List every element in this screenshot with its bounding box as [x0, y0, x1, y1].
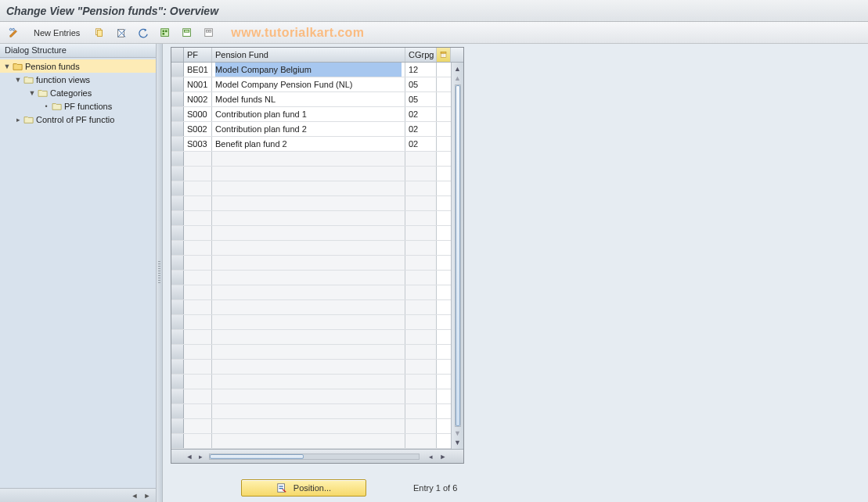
pension-fund-input[interactable]	[215, 92, 402, 106]
scroll-up-button[interactable]: ▲	[453, 64, 463, 74]
pension-fund-input[interactable]	[215, 107, 402, 121]
cell-pf[interactable]	[184, 241, 212, 255]
row-selector[interactable]	[171, 152, 184, 166]
cell-pf[interactable]	[184, 419, 212, 433]
pf-input[interactable]	[187, 137, 208, 151]
cell-pf[interactable]	[184, 345, 212, 359]
cgrpg-input[interactable]	[409, 122, 433, 136]
pension-fund-input[interactable]	[215, 77, 402, 91]
cell-cgrpg[interactable]	[405, 63, 437, 77]
collapse-icon[interactable]: ▼	[14, 76, 22, 84]
cell-pf[interactable]	[184, 181, 212, 195]
cell-pension-fund[interactable]	[212, 196, 405, 210]
cell-pension-fund[interactable]	[212, 360, 405, 374]
cell-pf[interactable]	[184, 226, 212, 240]
cell-pension-fund[interactable]	[212, 434, 405, 448]
delete-button[interactable]	[112, 25, 131, 41]
scroll-down-button[interactable]: ▼	[453, 438, 463, 447]
hscroll-thumb[interactable]	[210, 454, 304, 459]
row-selector[interactable]	[171, 434, 184, 448]
row-selector[interactable]	[171, 181, 184, 195]
cell-cgrpg[interactable]	[405, 107, 437, 121]
row-selector[interactable]	[171, 211, 184, 225]
cell-pf[interactable]	[184, 360, 212, 374]
cell-pension-fund[interactable]	[212, 330, 405, 344]
cell-cgrpg[interactable]	[405, 345, 437, 359]
row-selector[interactable]	[171, 256, 184, 270]
cgrpg-input[interactable]	[409, 107, 433, 121]
cell-pension-fund[interactable]	[212, 181, 405, 195]
pension-fund-input[interactable]	[215, 63, 402, 77]
tree-item[interactable]: •PF functions	[0, 99, 156, 113]
row-selector[interactable]	[171, 375, 184, 389]
cell-pension-fund[interactable]	[212, 122, 405, 136]
cell-pf[interactable]	[184, 271, 212, 285]
cell-pension-fund[interactable]	[212, 345, 405, 359]
row-selector[interactable]	[171, 419, 184, 433]
row-selector[interactable]	[171, 345, 184, 359]
cell-cgrpg[interactable]	[405, 271, 437, 285]
vscroll-track[interactable]	[455, 84, 461, 427]
cell-pf[interactable]	[184, 152, 212, 166]
cell-pension-fund[interactable]	[212, 256, 405, 270]
row-selector[interactable]	[171, 360, 184, 374]
grid-configure-button[interactable]	[437, 48, 451, 62]
cell-pf[interactable]	[184, 122, 212, 136]
cell-pf[interactable]	[184, 196, 212, 210]
row-selector[interactable]	[171, 92, 184, 106]
cell-pf[interactable]	[184, 434, 212, 448]
pf-input[interactable]	[187, 92, 208, 106]
deselect-all-button[interactable]	[200, 25, 218, 41]
cell-pf[interactable]	[184, 167, 212, 181]
cell-cgrpg[interactable]	[405, 360, 437, 374]
cell-pf[interactable]	[184, 315, 212, 329]
select-all-button[interactable]	[156, 25, 175, 41]
cell-pension-fund[interactable]	[212, 389, 405, 403]
page-up-button[interactable]: ▲	[453, 74, 463, 83]
cell-pf[interactable]	[184, 404, 212, 418]
pf-input[interactable]	[187, 77, 208, 91]
row-selector[interactable]	[171, 167, 184, 181]
cell-cgrpg[interactable]	[405, 137, 437, 151]
grid-vscroll[interactable]: ▲ ▲ ▼ ▼	[451, 63, 463, 449]
pf-input[interactable]	[187, 122, 208, 136]
cell-cgrpg[interactable]	[405, 375, 437, 389]
hscroll-track[interactable]	[209, 454, 420, 460]
cell-pf[interactable]	[184, 137, 212, 151]
row-selector[interactable]	[171, 285, 184, 299]
pension-fund-input[interactable]	[215, 137, 402, 151]
copy-as-button[interactable]	[90, 25, 109, 41]
toggle-display-change-button[interactable]	[5, 25, 23, 41]
cell-cgrpg[interactable]	[405, 196, 437, 210]
vscroll-thumb[interactable]	[456, 85, 460, 426]
pf-input[interactable]	[187, 63, 208, 77]
cgrpg-input[interactable]	[409, 92, 433, 106]
cell-cgrpg[interactable]	[405, 315, 437, 329]
grid-select-all-header[interactable]	[171, 48, 184, 62]
pf-input[interactable]	[187, 107, 208, 121]
cell-pf[interactable]	[184, 375, 212, 389]
row-selector[interactable]	[171, 77, 184, 91]
cell-pension-fund[interactable]	[212, 167, 405, 181]
cell-cgrpg[interactable]	[405, 92, 437, 106]
cell-pension-fund[interactable]	[212, 152, 405, 166]
cell-cgrpg[interactable]	[405, 241, 437, 255]
cell-pension-fund[interactable]	[212, 92, 405, 106]
tree-item[interactable]: ▼function views	[0, 73, 156, 86]
cell-pension-fund[interactable]	[212, 226, 405, 240]
cell-cgrpg[interactable]	[405, 389, 437, 403]
cell-cgrpg[interactable]	[405, 167, 437, 181]
cell-pension-fund[interactable]	[212, 63, 405, 77]
cell-cgrpg[interactable]	[405, 226, 437, 240]
cell-cgrpg[interactable]	[405, 256, 437, 270]
cell-pf[interactable]	[184, 107, 212, 121]
cell-cgrpg[interactable]	[405, 434, 437, 448]
row-selector[interactable]	[171, 271, 184, 285]
cgrpg-input[interactable]	[409, 137, 433, 151]
cell-cgrpg[interactable]	[405, 211, 437, 225]
splitter-handle[interactable]	[157, 44, 163, 502]
row-selector[interactable]	[171, 122, 184, 136]
grid-col-pension-fund[interactable]: Pension Fund	[212, 48, 405, 62]
cell-cgrpg[interactable]	[405, 77, 437, 91]
cell-cgrpg[interactable]	[405, 404, 437, 418]
